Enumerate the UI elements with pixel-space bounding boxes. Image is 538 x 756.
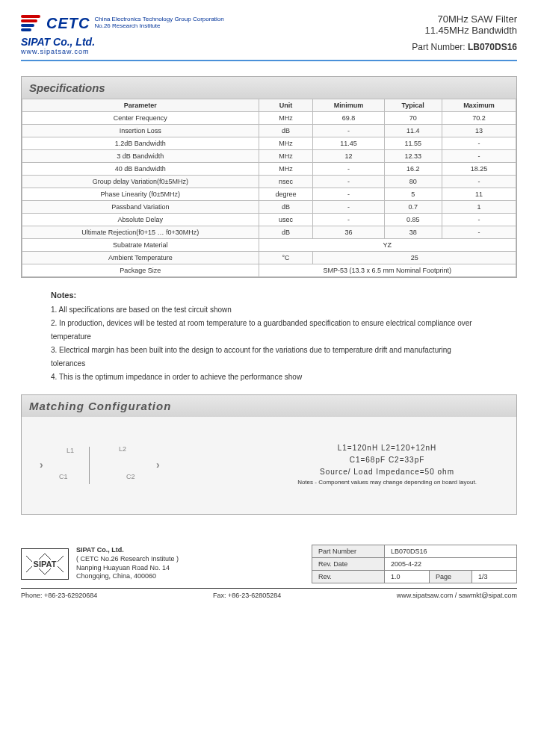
table-cell: - (313, 188, 384, 201)
table-cell: 69.8 (313, 112, 384, 125)
table-cell: Absolute Delay (22, 214, 259, 226)
table-row: 3 dB BandwidthMHz1212.33- (22, 150, 516, 163)
table-row: Ambient Temperature°C25 (22, 252, 516, 264)
table-cell: MHz (259, 112, 313, 125)
footer-addr2: Chongqing, China, 400060 (76, 572, 179, 581)
table-cell: 18.25 (442, 163, 516, 176)
note-item: 2. In production, devices will be tested… (51, 317, 487, 344)
table-cell: 3 dB Bandwidth (22, 150, 259, 163)
table-row: Subatrate MaterialYZ (22, 239, 516, 252)
table-cell: 40 dB Bandwidth (22, 163, 259, 176)
footer-addr1: Nanping Huayuan Road No. 14 (76, 564, 179, 573)
table-cell: - (442, 137, 516, 150)
table-cell: MHz (259, 137, 313, 150)
footer-block: SIPAT SIPAT Co., Ltd. ( CETC No.26 Resea… (21, 545, 517, 583)
table-cell: 12.33 (384, 150, 442, 163)
table-cell: 25 (313, 252, 516, 264)
circuit-diagram: › L1 C1 L2 C2 › (37, 432, 265, 499)
notes-section: Notes: 1. All specifications are based o… (51, 288, 487, 384)
table-cell: - (313, 163, 384, 176)
table-cell: 70.2 (442, 112, 516, 125)
table-cell: 13 (442, 125, 516, 137)
footer-date-label: Rev. Date (312, 557, 385, 570)
sipat-logo-text: SIPAT (32, 560, 58, 568)
bottom-contact-line: Phone: +86-23-62920684 Fax: +86-23-62805… (21, 588, 517, 599)
table-cell: nsec (259, 176, 313, 188)
c2-label: C2 (126, 473, 135, 480)
note-item: 3. Electrical margin has been built into… (51, 344, 487, 371)
table-row: Ultimate Rejection(f0+15 … f0+30MHz)dB36… (22, 226, 516, 239)
sipat-company: SIPAT Co., Ltd. (21, 36, 224, 48)
table-cell: dB (259, 125, 313, 137)
table-cell: 38 (384, 226, 442, 239)
table-cell: 1 (442, 201, 516, 214)
table-cell: YZ (259, 239, 516, 252)
table-cell: - (313, 201, 384, 214)
table-cell: 5 (384, 188, 442, 201)
table-cell: - (442, 176, 516, 188)
table-cell: 16.2 (384, 163, 442, 176)
c1-label: C1 (59, 473, 68, 480)
footer-company: SIPAT Co., Ltd. (76, 546, 179, 555)
l1-label: L1 (67, 447, 74, 454)
footer-page-value: 1/3 (472, 570, 517, 583)
table-cell: 11.45 (313, 137, 384, 150)
table-header: Parameter (22, 99, 259, 112)
table-cell: 1.2dB Bandwidth (22, 137, 259, 150)
note-item: 4. This is the optimum impedance in orde… (51, 371, 487, 384)
footer-part-value: LB070DS16 (385, 545, 517, 557)
note-item: 1. All specifications are based on the t… (51, 303, 487, 317)
footer-rev-value: 1.0 (385, 570, 430, 583)
phone-text: Phone: +86-23-62920684 (21, 592, 97, 599)
table-cell: 36 (313, 226, 384, 239)
table-cell: dB (259, 201, 313, 214)
table-cell: 0.7 (384, 201, 442, 214)
table-cell: Ambient Temperature (22, 252, 259, 264)
matching-line2: C1=68pF C2=33pF (273, 454, 501, 466)
table-cell: Phase Linearity (f0±5MHz) (22, 188, 259, 201)
table-header: Typical (384, 99, 442, 112)
table-cell: - (442, 214, 516, 226)
table-cell: - (313, 176, 384, 188)
table-cell: MHz (259, 150, 313, 163)
table-cell: Passband Variation (22, 201, 259, 214)
table-cell: - (313, 125, 384, 137)
l2-label: L2 (119, 445, 126, 453)
table-cell: usec (259, 214, 313, 226)
notes-title: Notes: (51, 288, 487, 303)
specifications-table: ParameterUnitMinimumTypicalMaximum Cente… (22, 99, 516, 277)
sipat-logo-icon: SIPAT (21, 548, 69, 580)
table-row: 40 dB BandwidthMHz-16.218.25 (22, 163, 516, 176)
table-cell: 70 (384, 112, 442, 125)
table-cell: - (442, 226, 516, 239)
table-header: Unit (259, 99, 313, 112)
table-cell: 80 (384, 176, 442, 188)
table-row: Passband VariationdB-0.71 (22, 201, 516, 214)
product-title-2: 11.45MHz Bandwidth (412, 25, 517, 36)
table-cell: Subatrate Material (22, 239, 259, 252)
table-cell: Ultimate Rejection(f0+15 … f0+30MHz) (22, 226, 259, 239)
table-cell: 11.55 (384, 137, 442, 150)
footer-institute: ( CETC No.26 Research Institute ) (76, 555, 179, 564)
specifications-title: Specifications (22, 77, 516, 99)
part-number-value: LB070DS16 (468, 42, 517, 52)
table-cell: degree (259, 188, 313, 201)
table-cell: 12 (313, 150, 384, 163)
cetc-logo-icon (21, 13, 42, 33)
page-header: CETC China Electronics Technology Group … (21, 13, 517, 61)
table-cell: MHz (259, 163, 313, 176)
table-cell: Insertion Loss (22, 125, 259, 137)
table-row: Phase Linearity (f0±5MHz)degree-511 (22, 188, 516, 201)
footer-page-label: Page (430, 570, 472, 583)
website-url: www.sipatsaw.com (21, 48, 224, 55)
table-cell: SMP-53 (13.3 x 6.5 mm Nominal Footprint) (259, 264, 516, 277)
matching-note: Notes - Component values may change depe… (273, 478, 501, 488)
table-cell: °C (259, 252, 313, 264)
matching-title: Matching Configuration (22, 395, 516, 417)
footer-rev-label: Rev. (312, 570, 385, 583)
table-cell: Package Size (22, 264, 259, 277)
table-cell: dB (259, 226, 313, 239)
table-row: Package SizeSMP-53 (13.3 x 6.5 mm Nomina… (22, 264, 516, 277)
table-cell: 11 (442, 188, 516, 201)
arrow-right-icon: › (40, 459, 43, 471)
